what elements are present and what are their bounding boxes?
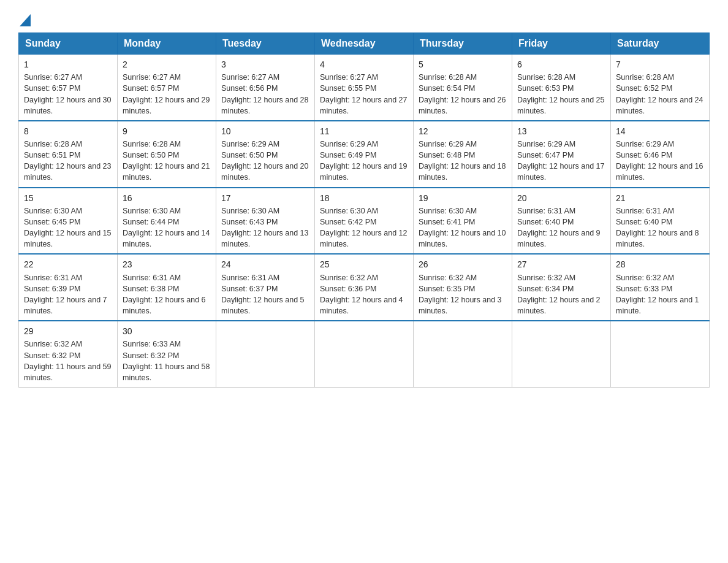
calendar-cell: 24Sunrise: 6:31 AMSunset: 6:37 PMDayligh… <box>216 254 315 321</box>
day-number: 20 <box>517 192 605 204</box>
sunset-text: Sunset: 6:39 PM <box>24 285 80 293</box>
calendar-cell: 21Sunrise: 6:31 AMSunset: 6:40 PMDayligh… <box>611 188 710 255</box>
daylight-text: Daylight: 12 hours and 21 minutes. <box>123 162 210 182</box>
day-number: 17 <box>221 192 309 204</box>
sunset-text: Sunset: 6:32 PM <box>123 351 179 360</box>
daylight-text: Daylight: 12 hours and 27 minutes. <box>320 96 407 115</box>
sunset-text: Sunset: 6:44 PM <box>123 218 179 226</box>
day-number: 1 <box>24 58 112 71</box>
calendar-week-row: 15Sunrise: 6:30 AMSunset: 6:45 PMDayligh… <box>19 188 710 255</box>
calendar-cell <box>414 321 512 387</box>
day-number: 18 <box>320 192 408 204</box>
sunset-text: Sunset: 6:52 PM <box>616 84 672 93</box>
sunset-text: Sunset: 6:57 PM <box>123 84 179 93</box>
sunset-text: Sunset: 6:50 PM <box>221 151 278 159</box>
calendar-week-row: 8Sunrise: 6:28 AMSunset: 6:51 PMDaylight… <box>19 121 710 188</box>
day-number: 8 <box>24 125 112 137</box>
sunrise-text: Sunrise: 6:28 AM <box>24 140 82 148</box>
sunrise-text: Sunrise: 6:29 AM <box>320 140 378 148</box>
calendar-cell <box>315 321 414 387</box>
daylight-text: Daylight: 12 hours and 13 minutes. <box>221 229 308 248</box>
day-number: 4 <box>320 58 408 71</box>
day-number: 3 <box>221 58 309 71</box>
calendar-cell: 27Sunrise: 6:32 AMSunset: 6:34 PMDayligh… <box>512 254 611 321</box>
sunset-text: Sunset: 6:51 PM <box>24 151 80 159</box>
daylight-text: Daylight: 12 hours and 3 minutes. <box>419 296 502 315</box>
svg-marker-0 <box>20 14 31 26</box>
daylight-text: Daylight: 12 hours and 23 minutes. <box>24 162 111 182</box>
sunrise-text: Sunrise: 6:30 AM <box>320 207 378 215</box>
sunset-text: Sunset: 6:55 PM <box>320 84 376 93</box>
daylight-text: Daylight: 12 hours and 4 minutes. <box>320 296 403 315</box>
calendar-cell: 30Sunrise: 6:33 AMSunset: 6:32 PMDayligh… <box>118 321 216 387</box>
calendar-cell: 22Sunrise: 6:31 AMSunset: 6:39 PMDayligh… <box>19 254 118 321</box>
day-number: 14 <box>616 125 704 137</box>
weekday-header-thursday: Thursday <box>414 33 512 55</box>
calendar-cell: 17Sunrise: 6:30 AMSunset: 6:43 PMDayligh… <box>216 188 315 255</box>
logo-triangle-icon <box>20 14 31 26</box>
calendar-cell <box>611 321 710 387</box>
daylight-text: Daylight: 12 hours and 8 minutes. <box>616 229 699 248</box>
day-number: 23 <box>123 258 211 270</box>
calendar-cell: 16Sunrise: 6:30 AMSunset: 6:44 PMDayligh… <box>118 188 216 255</box>
sunset-text: Sunset: 6:41 PM <box>419 218 475 226</box>
daylight-text: Daylight: 12 hours and 16 minutes. <box>616 162 703 182</box>
daylight-text: Daylight: 12 hours and 5 minutes. <box>221 296 305 315</box>
sunrise-text: Sunrise: 6:32 AM <box>320 274 378 282</box>
day-number: 16 <box>123 192 211 204</box>
sunrise-text: Sunrise: 6:32 AM <box>24 340 82 348</box>
daylight-text: Daylight: 12 hours and 26 minutes. <box>419 96 506 115</box>
sunset-text: Sunset: 6:40 PM <box>517 218 574 226</box>
daylight-text: Daylight: 12 hours and 28 minutes. <box>221 96 308 115</box>
daylight-text: Daylight: 12 hours and 29 minutes. <box>123 96 210 115</box>
calendar-cell: 28Sunrise: 6:32 AMSunset: 6:33 PMDayligh… <box>611 254 710 321</box>
day-number: 27 <box>517 258 605 270</box>
sunset-text: Sunset: 6:54 PM <box>419 84 475 93</box>
day-number: 26 <box>419 258 507 270</box>
sunrise-text: Sunrise: 6:27 AM <box>24 73 82 82</box>
day-number: 6 <box>517 58 605 71</box>
sunset-text: Sunset: 6:34 PM <box>517 285 574 293</box>
sunrise-text: Sunrise: 6:31 AM <box>221 274 279 282</box>
day-number: 22 <box>24 258 112 270</box>
sunrise-text: Sunrise: 6:28 AM <box>419 73 477 82</box>
day-number: 7 <box>616 58 704 71</box>
daylight-text: Daylight: 12 hours and 25 minutes. <box>517 96 604 115</box>
sunset-text: Sunset: 6:37 PM <box>221 285 278 293</box>
daylight-text: Daylight: 12 hours and 19 minutes. <box>320 162 407 182</box>
day-number: 30 <box>123 325 211 337</box>
day-number: 19 <box>419 192 507 204</box>
sunset-text: Sunset: 6:32 PM <box>24 351 80 360</box>
day-number: 2 <box>123 58 211 71</box>
daylight-text: Daylight: 12 hours and 15 minutes. <box>24 229 111 248</box>
day-number: 11 <box>320 125 408 137</box>
sunrise-text: Sunrise: 6:30 AM <box>221 207 279 215</box>
sunrise-text: Sunrise: 6:30 AM <box>123 207 181 215</box>
sunset-text: Sunset: 6:45 PM <box>24 218 80 226</box>
calendar-cell: 8Sunrise: 6:28 AMSunset: 6:51 PMDaylight… <box>19 121 118 188</box>
sunset-text: Sunset: 6:46 PM <box>616 151 672 159</box>
calendar-cell: 1Sunrise: 6:27 AMSunset: 6:57 PMDaylight… <box>19 55 118 121</box>
calendar-cell: 23Sunrise: 6:31 AMSunset: 6:38 PMDayligh… <box>118 254 216 321</box>
sunrise-text: Sunrise: 6:29 AM <box>419 140 477 148</box>
sunrise-text: Sunrise: 6:29 AM <box>517 140 575 148</box>
day-number: 12 <box>419 125 507 137</box>
page-header <box>18 12 710 26</box>
sunrise-text: Sunrise: 6:31 AM <box>616 207 674 215</box>
sunrise-text: Sunrise: 6:28 AM <box>616 73 674 82</box>
sunset-text: Sunset: 6:47 PM <box>517 151 574 159</box>
sunrise-text: Sunrise: 6:29 AM <box>221 140 279 148</box>
sunrise-text: Sunrise: 6:30 AM <box>24 207 82 215</box>
daylight-text: Daylight: 11 hours and 58 minutes. <box>123 362 210 382</box>
calendar-cell: 20Sunrise: 6:31 AMSunset: 6:40 PMDayligh… <box>512 188 611 255</box>
calendar-cell: 12Sunrise: 6:29 AMSunset: 6:48 PMDayligh… <box>414 121 512 188</box>
calendar-cell: 6Sunrise: 6:28 AMSunset: 6:53 PMDaylight… <box>512 55 611 121</box>
calendar-cell: 15Sunrise: 6:30 AMSunset: 6:45 PMDayligh… <box>19 188 118 255</box>
sunrise-text: Sunrise: 6:31 AM <box>24 274 82 282</box>
sunrise-text: Sunrise: 6:31 AM <box>517 207 575 215</box>
day-number: 13 <box>517 125 605 137</box>
daylight-text: Daylight: 12 hours and 14 minutes. <box>123 229 210 248</box>
calendar-cell: 4Sunrise: 6:27 AMSunset: 6:55 PMDaylight… <box>315 55 414 121</box>
calendar-week-row: 29Sunrise: 6:32 AMSunset: 6:32 PMDayligh… <box>19 321 710 387</box>
calendar-cell: 11Sunrise: 6:29 AMSunset: 6:49 PMDayligh… <box>315 121 414 188</box>
